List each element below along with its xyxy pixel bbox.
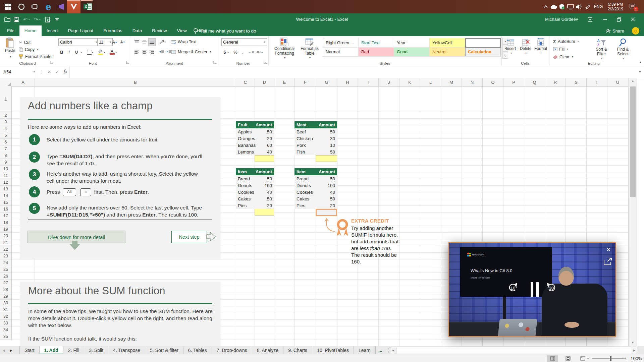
sheet-nav-next-icon[interactable]: ▶ — [7, 346, 15, 354]
decrease-indent-icon[interactable] — [158, 48, 165, 56]
row-header-13[interactable]: 13 — [0, 186, 12, 192]
top-align-icon[interactable] — [133, 38, 140, 46]
comma-style-icon[interactable]: , — [239, 48, 246, 56]
column-header-c[interactable]: C — [236, 78, 255, 87]
row-header-2[interactable]: 2 — [0, 112, 12, 119]
row-header-28[interactable]: 28 — [0, 286, 12, 293]
clock[interactable]: 5:39 PM 2/2/2019 — [605, 0, 626, 13]
sheet-nav-prev-icon[interactable]: ◀ — [0, 346, 7, 354]
normal-view-icon[interactable] — [547, 355, 558, 362]
horizontal-scrollbar[interactable]: ◀ ▶ — [390, 347, 637, 354]
row-header-24[interactable]: 24 — [0, 259, 12, 266]
find-select-button[interactable]: Find & Select ▾ — [613, 38, 632, 61]
column-header-g[interactable]: G — [316, 78, 337, 87]
font-color-dropdown-icon[interactable]: ▾ — [115, 51, 117, 54]
orientation-dropdown-icon[interactable]: ▾ — [164, 41, 166, 44]
ribbon-tab-review[interactable]: Review — [147, 25, 172, 36]
print-preview-icon[interactable] — [44, 13, 52, 25]
formula-splitter-icon[interactable]: ⋮ — [37, 66, 45, 78]
item-cell[interactable]: Oranges — [236, 136, 255, 141]
page-layout-view-icon[interactable] — [562, 355, 574, 362]
redo-icon[interactable]: ↷▾ — [32, 13, 42, 25]
borders-icon[interactable] — [86, 48, 93, 56]
scroll-left-icon[interactable]: ◀ — [390, 347, 396, 354]
item-cell[interactable]: Chicken — [294, 136, 316, 141]
amount-cell[interactable]: 50 — [316, 176, 337, 181]
ribbon-tab-insert[interactable]: Insert — [42, 25, 63, 36]
forward-30-button[interactable]: 30 — [546, 282, 556, 291]
column-header-s[interactable]: S — [566, 78, 587, 87]
paste-dropdown-icon[interactable]: ▾ — [10, 55, 11, 58]
save-icon[interactable] — [12, 13, 21, 25]
sheet-tab-6-tables[interactable]: 6. Tables — [183, 346, 212, 354]
fill-color-dropdown-icon[interactable]: ▾ — [104, 51, 105, 54]
amount-cell[interactable]: 50 — [316, 149, 337, 155]
sheet-tab-10-pivottables[interactable]: 10. PivotTables — [312, 346, 354, 354]
underline-dropdown-icon[interactable]: ▾ — [80, 51, 82, 54]
column-header-j[interactable]: J — [379, 78, 399, 87]
item-cell[interactable]: Pork — [294, 143, 316, 148]
language-indicator[interactable]: ENG — [592, 0, 604, 13]
row-header-22[interactable]: 22 — [0, 246, 12, 253]
number-format-combo[interactable]: General▾ — [221, 38, 267, 46]
ribbon-tab-file[interactable]: File — [2, 25, 19, 36]
item-cell[interactable]: Pies — [294, 203, 316, 208]
cell-style-good[interactable]: Good — [394, 48, 430, 57]
video-popout-icon[interactable] — [603, 257, 613, 265]
column-header-m[interactable]: M — [441, 78, 462, 87]
sheet-tab-8-analyze[interactable]: 8. Analyze — [252, 346, 284, 354]
ribbon-tab-data[interactable]: Data — [127, 25, 147, 36]
customize-quick-access-icon[interactable] — [53, 13, 61, 25]
item-cell[interactable]: Lemons — [236, 149, 255, 155]
insert-cells-button[interactable]: Insert ▾ — [504, 38, 518, 56]
minimize-button[interactable] — [599, 13, 610, 25]
amount-cell[interactable]: 50 — [316, 129, 337, 134]
cancel-entry-icon[interactable]: ✕ — [45, 66, 53, 78]
fill-color-icon[interactable] — [97, 48, 104, 56]
bold-icon[interactable]: B — [58, 48, 65, 56]
amount-cell[interactable]: 40 — [255, 149, 274, 155]
column-header-d[interactable]: D — [255, 78, 274, 87]
column-header-k[interactable]: K — [399, 78, 420, 87]
speaker-icon[interactable] — [575, 0, 583, 13]
row-header-19[interactable]: 19 — [0, 226, 12, 233]
zoom-slider-thumb[interactable] — [610, 356, 611, 361]
scroll-up-icon[interactable]: ▲ — [629, 78, 637, 84]
vertical-scroll-thumb[interactable] — [630, 86, 636, 197]
amount-cell[interactable]: 100 — [316, 183, 337, 188]
ribbon-tab-page-layout[interactable]: Page Layout — [63, 25, 99, 36]
row-header-31[interactable]: 31 — [0, 306, 12, 313]
cell-style-year[interactable]: Year — [394, 38, 430, 48]
cell-style-calculation[interactable]: Calculation — [465, 48, 501, 57]
accounting-format-icon[interactable]: $ — [221, 48, 228, 56]
paste-button[interactable]: Paste ▾ — [3, 38, 17, 59]
format-cells-button[interactable]: Format ▾ — [534, 38, 548, 56]
bottom-align-icon[interactable] — [148, 38, 156, 46]
column-header-a[interactable]: A — [11, 78, 35, 87]
tray-chevron-icon[interactable] — [542, 0, 549, 13]
ribbon-tab-view[interactable]: View — [172, 25, 192, 36]
amount-cell[interactable]: 60 — [255, 143, 274, 148]
row-header-6[interactable]: 6 — [0, 139, 12, 145]
row-header-11[interactable]: 11 — [0, 172, 12, 179]
row-header-33[interactable]: 33 — [0, 320, 12, 326]
cell-style-yellowcell[interactable]: YellowCell — [430, 38, 465, 48]
row-header-35[interactable]: 35 — [0, 333, 12, 340]
visual-studio-icon[interactable] — [55, 0, 68, 13]
underline-icon[interactable]: U — [73, 48, 80, 56]
row-header-8[interactable]: 8 — [0, 152, 12, 159]
sheet-tab-7-drop-downs[interactable]: 7. Drop-downs — [212, 346, 252, 354]
row-header-17[interactable]: 17 — [0, 213, 12, 219]
zoom-slider-track[interactable] — [592, 358, 626, 359]
name-box[interactable]: A54 ▾ — [0, 66, 37, 78]
row-header-34[interactable]: 34 — [0, 326, 12, 333]
zoom-in-icon[interactable]: + — [625, 354, 628, 362]
share-button[interactable]: Share — [606, 25, 624, 36]
insert-function-button[interactable]: fx — [61, 66, 69, 78]
row-header-25[interactable]: 25 — [0, 266, 12, 273]
amount-cell[interactable]: 40 — [316, 190, 337, 195]
autosum-button[interactable]: Σ AutoSum▾ — [553, 38, 579, 45]
more-sheets-indicator[interactable]: ... — [376, 346, 385, 354]
middle-align-icon[interactable] — [141, 38, 148, 46]
item-cell[interactable]: Bananas — [236, 143, 255, 148]
